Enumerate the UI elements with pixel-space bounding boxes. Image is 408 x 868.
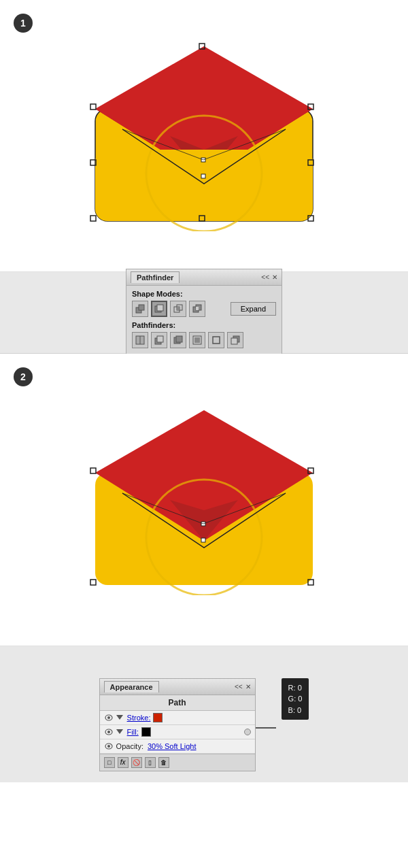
- intersect-button[interactable]: [170, 301, 186, 317]
- rgb-b: B: 0: [288, 705, 303, 716]
- stroke-swatch[interactable]: [153, 713, 163, 722]
- section-4-appearance: Appearance << ✕ Path: [0, 646, 408, 782]
- appearance-panel: Appearance << ✕ Path: [99, 678, 256, 771]
- appearance-controls[interactable]: << ✕: [235, 683, 251, 690]
- envelope-illustration-2: [82, 405, 326, 595]
- appearance-close-icon[interactable]: ✕: [245, 683, 251, 690]
- section-4-content: Appearance << ✕ Path: [99, 658, 309, 771]
- panel-controls[interactable]: << ✕: [261, 273, 277, 281]
- pathfinders-label: Pathfinders:: [132, 321, 276, 329]
- minus-front-button[interactable]: [151, 301, 167, 317]
- fill-swatch[interactable]: [141, 727, 151, 737]
- svg-rect-24: [177, 307, 180, 310]
- appearance-footer: □ fx 🚫 ▯ 🗑: [100, 754, 255, 771]
- fill-label[interactable]: Fill:: [127, 728, 139, 736]
- pathfinder-tab[interactable]: Pathfinder: [131, 271, 180, 283]
- svg-rect-38: [231, 338, 237, 344]
- path-header: Path: [100, 695, 255, 711]
- step-badge-2: 2: [14, 367, 33, 386]
- fill-circle-indicator: [244, 729, 251, 735]
- svg-point-56: [107, 745, 110, 748]
- delete-icon[interactable]: 🚫: [131, 757, 142, 768]
- svg-rect-21: [157, 305, 163, 311]
- svg-rect-43: [90, 468, 96, 473]
- svg-rect-6: [90, 104, 96, 110]
- svg-rect-27: [196, 307, 199, 310]
- rgb-g: G: 0: [288, 693, 303, 705]
- svg-rect-8: [90, 216, 96, 221]
- svg-point-54: [107, 731, 110, 733]
- appearance-panel-wrapper: Appearance << ✕ Path: [99, 678, 256, 771]
- shape-modes-label: Shape Modes:: [132, 290, 276, 298]
- section-3: 2: [0, 354, 408, 646]
- close-icon[interactable]: ✕: [272, 273, 277, 281]
- fill-visibility-icon[interactable]: [104, 727, 114, 737]
- opacity-value[interactable]: 30% Soft Light: [148, 742, 197, 750]
- stroke-visibility-icon[interactable]: [104, 713, 114, 722]
- svg-rect-33: [176, 336, 182, 342]
- appearance-titlebar: Appearance << ✕: [100, 679, 255, 695]
- svg-rect-31: [157, 336, 163, 342]
- svg-rect-19: [139, 305, 144, 310]
- exclude-button[interactable]: [189, 301, 205, 317]
- opacity-visibility-icon[interactable]: [104, 741, 114, 751]
- collapse-icon[interactable]: <<: [261, 273, 269, 281]
- rgb-r: R: 0: [288, 682, 303, 694]
- opacity-row: Opacity: 30% Soft Light: [100, 739, 255, 754]
- step-badge-1: 1: [14, 14, 33, 33]
- pathfinders-row: [132, 332, 276, 348]
- fill-row: Fill:: [100, 725, 255, 739]
- section-1: 1: [0, 0, 408, 272]
- merge-button[interactable]: [170, 332, 186, 348]
- svg-rect-14: [201, 174, 205, 178]
- pathfinder-body: Shape Modes: Expand: [126, 286, 282, 356]
- unite-button[interactable]: [132, 301, 148, 317]
- appearance-collapse-icon[interactable]: <<: [235, 683, 243, 690]
- minus-back-button[interactable]: [227, 332, 243, 348]
- section-2-pathfinder: Pathfinder << ✕ Shape Modes:: [0, 272, 408, 354]
- outline-button[interactable]: [208, 332, 224, 348]
- expand-button[interactable]: Expand: [231, 302, 276, 316]
- fx-icon[interactable]: fx: [118, 757, 129, 768]
- duplicate-icon[interactable]: ▯: [145, 757, 156, 768]
- svg-rect-45: [90, 580, 96, 585]
- crop-button[interactable]: [189, 332, 205, 348]
- path-label: Path: [169, 698, 186, 707]
- rgb-tooltip: R: 0 G: 0 B: 0: [282, 678, 309, 720]
- opacity-static-label: Opacity:: [116, 742, 143, 750]
- trim-button[interactable]: [151, 332, 167, 348]
- stroke-expand-icon[interactable]: [116, 715, 123, 720]
- svg-point-52: [107, 716, 110, 719]
- fill-expand-icon[interactable]: [116, 729, 123, 735]
- envelope-illustration-1: [82, 41, 326, 231]
- trash-icon[interactable]: 🗑: [158, 757, 169, 768]
- svg-rect-36: [213, 337, 220, 344]
- divide-button[interactable]: [132, 332, 148, 348]
- appearance-body: Path Stroke:: [100, 695, 255, 771]
- svg-rect-47: [201, 538, 205, 542]
- stroke-row: Stroke:: [100, 711, 255, 725]
- connector-line: [256, 727, 276, 729]
- new-art-maintains-icon[interactable]: □: [104, 757, 115, 768]
- pathfinder-panel: Pathfinder << ✕ Shape Modes:: [126, 269, 282, 357]
- titlebar-left: Pathfinder: [131, 271, 180, 283]
- pathfinder-titlebar: Pathfinder << ✕: [126, 269, 282, 286]
- stroke-label[interactable]: Stroke:: [127, 714, 151, 722]
- svg-rect-35: [194, 337, 200, 343]
- appearance-tab[interactable]: Appearance: [104, 681, 159, 692]
- shape-modes-row: Expand: [132, 301, 276, 317]
